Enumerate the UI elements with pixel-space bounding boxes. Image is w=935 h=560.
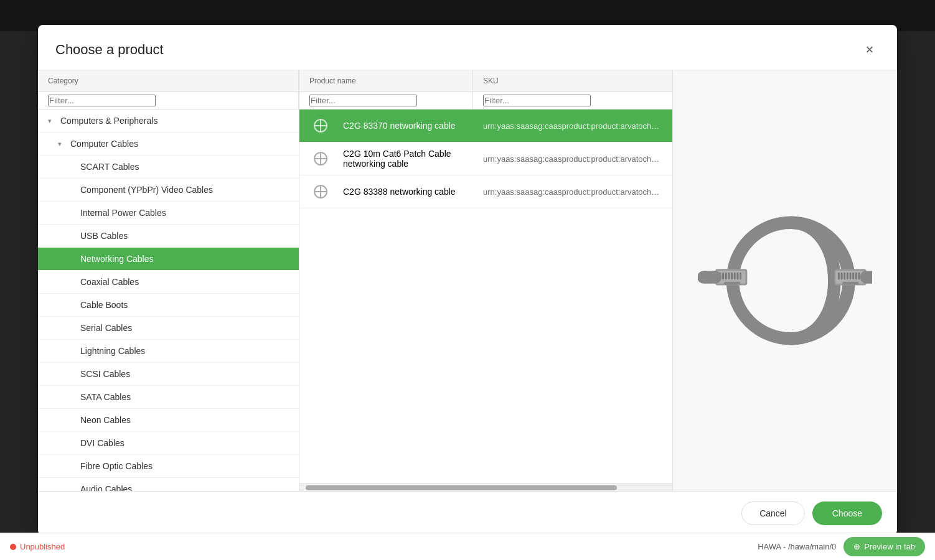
- product-icon: [309, 147, 332, 170]
- svg-rect-11: [734, 273, 736, 279]
- choose-button[interactable]: Choose: [812, 502, 882, 525]
- product-name-filter-input[interactable]: [309, 95, 417, 106]
- chevron-icon: ▾: [58, 140, 67, 148]
- product-sku: urn:yaas:saasag:caasproduct:product:arva…: [473, 148, 672, 170]
- category-item-label: DVI Cables: [80, 438, 125, 448]
- category-item-label: Serial Cables: [80, 323, 132, 333]
- globe-icon: ⊕: [853, 542, 860, 551]
- product-row-2[interactable]: C2G 83388 networking cable urn:yaas:saas…: [299, 175, 672, 208]
- product-icon: [309, 114, 332, 137]
- svg-rect-22: [852, 273, 854, 279]
- product-sku-filter-input[interactable]: [483, 95, 591, 106]
- cancel-button[interactable]: Cancel: [741, 502, 805, 525]
- product-row-1[interactable]: C2G 10m Cat6 Patch Cable networking cabl…: [299, 142, 672, 175]
- product-row-0[interactable]: C2G 83370 networking cable urn:yaas:saas…: [299, 110, 672, 142]
- svg-rect-17: [838, 273, 840, 279]
- svg-rect-12: [737, 273, 739, 279]
- modal-dialog: Choose a product × Category ▾Computers &…: [38, 25, 897, 535]
- category-item-dvi[interactable]: DVI Cables: [38, 432, 299, 455]
- modal-overlay: Choose a product × Category ▾Computers &…: [0, 0, 935, 560]
- category-header-row: Category: [38, 70, 299, 92]
- product-sku: urn:yaas:saasag:caasproduct:product:arva…: [473, 115, 672, 137]
- category-item-lightning[interactable]: Lightning Cables: [38, 340, 299, 363]
- svg-rect-21: [850, 273, 852, 279]
- category-item-component[interactable]: Component (YPbPr) Video Cables: [38, 179, 299, 202]
- modal-header: Choose a product ×: [38, 25, 897, 70]
- modal-footer: Cancel Choose: [38, 491, 897, 535]
- status-bar: Unpublished HAWA - /hawa/main/0 ⊕ Previe…: [0, 533, 935, 560]
- category-item-audio[interactable]: Audio Cables: [38, 478, 299, 491]
- category-item-label: Lightning Cables: [80, 346, 145, 356]
- category-item-label: SATA Cables: [80, 392, 131, 402]
- category-item-networking[interactable]: Networking Cables: [38, 248, 299, 271]
- category-item-cable-boots[interactable]: Cable Boots: [38, 294, 299, 317]
- product-icon: [309, 180, 332, 203]
- category-list: ▾Computers & Peripherals▾Computer Cables…: [38, 110, 299, 491]
- category-item-internal-power[interactable]: Internal Power Cables: [38, 202, 299, 225]
- category-item-scart[interactable]: SCART Cables: [38, 156, 299, 179]
- horizontal-scrollbar[interactable]: [299, 483, 672, 491]
- product-list: C2G 83370 networking cable urn:yaas:saas…: [299, 110, 672, 483]
- category-item-label: Networking Cables: [80, 254, 154, 264]
- category-item-label: Computers & Peripherals: [60, 116, 157, 126]
- category-item-scsi[interactable]: SCSI Cables: [38, 363, 299, 386]
- preview-label: Preview in tab: [864, 542, 915, 551]
- category-item-usb[interactable]: USB Cables: [38, 225, 299, 248]
- product-name: C2G 83388 networking cable: [338, 180, 473, 203]
- category-item-computers[interactable]: ▾Computers & Peripherals: [38, 110, 299, 133]
- category-item-label: SCART Cables: [80, 162, 139, 172]
- category-item-serial[interactable]: Serial Cables: [38, 317, 299, 340]
- product-name-filter-cell[interactable]: [299, 92, 473, 109]
- category-item-label: USB Cables: [80, 231, 128, 241]
- product-name: C2G 10m Cat6 Patch Cable networking cabl…: [338, 142, 473, 175]
- status-right: HAWA - /hawa/main/0 ⊕ Preview in tab: [758, 537, 925, 556]
- unpublished-label: Unpublished: [20, 542, 65, 551]
- svg-rect-24: [858, 273, 860, 279]
- chevron-icon: ▾: [48, 117, 57, 125]
- status-left: Unpublished: [10, 542, 65, 551]
- product-sku-column-header: SKU: [473, 70, 672, 91]
- category-item-coaxial[interactable]: Coaxial Cables: [38, 271, 299, 294]
- category-item-computer-cables[interactable]: ▾Computer Cables: [38, 133, 299, 156]
- scrollbar-thumb[interactable]: [306, 485, 617, 490]
- svg-rect-10: [731, 273, 733, 279]
- svg-rect-19: [843, 273, 845, 279]
- category-item-label: Computer Cables: [70, 139, 138, 149]
- svg-rect-18: [841, 273, 843, 279]
- modal-close-button[interactable]: ×: [860, 40, 880, 60]
- path-label: HAWA - /hawa/main/0: [758, 542, 836, 551]
- category-item-label: Component (YPbPr) Video Cables: [80, 185, 213, 195]
- modal-body: Category ▾Computers & Peripherals▾Comput…: [38, 70, 897, 491]
- cable-illustration: [698, 200, 872, 362]
- product-preview-image: [692, 194, 878, 368]
- category-item-label: Audio Cables: [80, 484, 132, 491]
- product-header-row: Product name SKU: [299, 70, 672, 92]
- category-item-label: Neon Cables: [80, 415, 131, 425]
- preview-panel: [673, 70, 897, 491]
- product-name-column-header: Product name: [299, 70, 473, 91]
- category-filter-cell[interactable]: [38, 92, 299, 109]
- product-filter-row: [299, 92, 672, 110]
- category-item-label: Cable Boots: [80, 300, 128, 310]
- category-item-label: Fibre Optic Cables: [80, 461, 153, 471]
- svg-rect-25: [842, 282, 858, 285]
- category-item-neon[interactable]: Neon Cables: [38, 409, 299, 432]
- product-panel: Product name SKU C2G 83370 networking ca…: [299, 70, 673, 491]
- svg-rect-13: [740, 273, 741, 279]
- category-filter-input[interactable]: [48, 95, 156, 106]
- svg-rect-8: [725, 273, 727, 279]
- category-item-sata[interactable]: SATA Cables: [38, 386, 299, 409]
- category-panel: Category ▾Computers & Peripherals▾Comput…: [38, 70, 299, 491]
- category-column-header: Category: [38, 70, 299, 91]
- svg-rect-23: [855, 273, 857, 279]
- category-item-label: SCSI Cables: [80, 369, 130, 379]
- unpublished-indicator: [10, 544, 16, 550]
- category-item-label: Internal Power Cables: [80, 208, 166, 218]
- svg-rect-20: [847, 273, 848, 279]
- preview-in-tab-button[interactable]: ⊕ Preview in tab: [843, 537, 925, 556]
- product-name: C2G 83370 networking cable: [338, 114, 473, 137]
- svg-rect-9: [728, 273, 730, 279]
- category-item-fibre[interactable]: Fibre Optic Cables: [38, 455, 299, 478]
- category-filter-row: [38, 92, 299, 110]
- product-sku-filter-cell[interactable]: [473, 92, 672, 109]
